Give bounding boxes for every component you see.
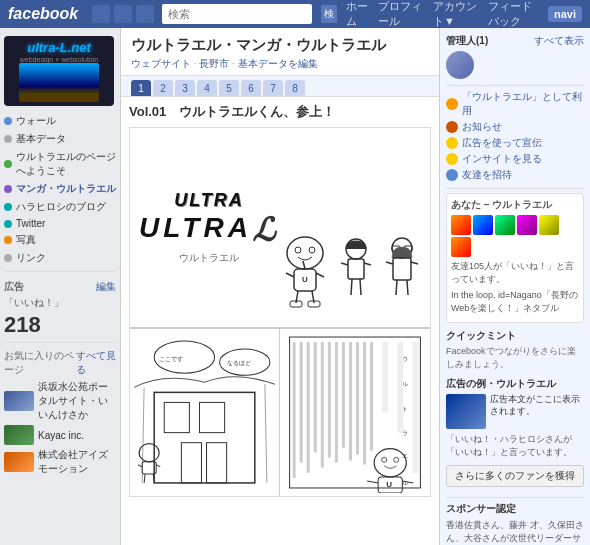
sidebar-item-links[interactable]: リンク xyxy=(4,249,116,267)
sidebar-item-wall[interactable]: ウォール xyxy=(4,112,116,130)
svg-line-37 xyxy=(144,474,145,483)
svg-line-23 xyxy=(411,262,418,264)
svg-text:なるほど: なるほど xyxy=(227,360,251,367)
mini-avatar-6 xyxy=(451,237,471,257)
nav-account[interactable]: アカウント▼ xyxy=(433,0,478,29)
svg-point-46 xyxy=(382,457,387,462)
dot-icon xyxy=(4,135,12,143)
koukou-section: 広告 編集 xyxy=(4,280,116,294)
page-tabs: 1 2 3 4 5 6 7 8 xyxy=(121,76,439,97)
fav-item-3[interactable]: 株式会社アイズモーション xyxy=(4,448,116,476)
tab-6[interactable]: 6 xyxy=(241,80,261,96)
edit-link[interactable]: 編集 xyxy=(96,280,116,294)
svg-rect-26 xyxy=(154,392,255,483)
ultra-title: ULTRA xyxy=(174,190,244,211)
svg-rect-57 xyxy=(307,342,310,473)
tab-1[interactable]: 1 xyxy=(131,80,151,96)
svg-rect-30 xyxy=(207,443,227,483)
fav-label-3: 株式会社アイズモーション xyxy=(38,448,116,476)
tab-4[interactable]: 4 xyxy=(197,80,217,96)
action-label-3: インサイトを見る xyxy=(462,152,542,166)
character-glasses xyxy=(382,235,422,317)
svg-rect-62 xyxy=(342,342,345,448)
svg-rect-27 xyxy=(164,402,189,432)
iine-label: 「いいね！」 xyxy=(4,296,116,310)
nav-home[interactable]: ホーム xyxy=(346,0,368,29)
svg-line-22 xyxy=(386,262,393,264)
sidebar-item-manga[interactable]: マンガ・ウルトラエル xyxy=(4,180,116,198)
navi-button[interactable]: navi xyxy=(548,6,582,22)
svg-rect-65 xyxy=(363,342,366,465)
chapter-title: Vol.01 ウルトラエルくん、参上！ xyxy=(129,103,431,121)
svg-line-35 xyxy=(138,465,142,467)
sponsor-section: スポンサー認定 香港佐貫さん、藤井 才、久保田さん、大谷さんが次世代リーダーサミ… xyxy=(446,502,584,545)
nav-feedback[interactable]: フィードバック xyxy=(488,0,540,29)
sidebar-item-label: リンク xyxy=(16,251,46,265)
action-use-as[interactable]: 「ウルトラエル」として利用 xyxy=(446,90,584,118)
action-advertise[interactable]: 広告を使って宣伝 xyxy=(446,136,584,150)
tab-5[interactable]: 5 xyxy=(219,80,239,96)
facebook-logo: facebook xyxy=(8,5,78,23)
fav-label-1: 浜坂水公苑ポータルサイト・いいんけさか xyxy=(38,380,116,422)
dot-icon xyxy=(4,203,12,211)
sidebar-item-welcome[interactable]: ウルトラエルのページへようこそ xyxy=(4,148,116,180)
fav-thumb-3 xyxy=(4,452,34,472)
svg-point-1 xyxy=(295,247,301,253)
mini-avatar-5 xyxy=(539,215,559,235)
ad-thumb-1 xyxy=(446,394,486,429)
manga-panel-bl: ここです なるほど xyxy=(130,328,280,496)
fav-all-link[interactable]: すべて見る xyxy=(76,349,116,377)
ad-box-1: 広告本文がここに表示されます。 xyxy=(446,394,584,429)
svg-rect-55 xyxy=(293,342,296,478)
fav-item-1[interactable]: 浜坂水公苑ポータルサイト・いいんけさか xyxy=(4,380,116,422)
action-notice[interactable]: お知らせ xyxy=(446,120,584,134)
logo-text: ultra-L.net xyxy=(27,40,91,56)
sidebar-item-label: マンガ・ウルトラエル xyxy=(16,182,116,196)
topnav: facebook 検 ホーム プロフィール アカウント▼ フィードバック nav… xyxy=(0,0,590,28)
svg-line-50 xyxy=(367,481,378,483)
page-title: ウルトラエル・マンガ・ウルトラエル xyxy=(131,36,429,55)
breadcrumb-site[interactable]: ウェブサイト xyxy=(131,58,191,69)
fb-icon-bar xyxy=(92,5,154,23)
svg-rect-21 xyxy=(393,258,411,280)
sidebar-item-label: ウォール xyxy=(16,114,56,128)
search-input[interactable] xyxy=(162,4,312,24)
fb-icon-2 xyxy=(114,5,132,23)
fav-item-2[interactable]: Kayac inc. xyxy=(4,425,116,445)
admin-all-link[interactable]: すべて表示 xyxy=(534,34,584,48)
search-button[interactable]: 検 xyxy=(320,4,338,24)
nav-profile[interactable]: プロフィール xyxy=(378,0,423,29)
tab-2[interactable]: 2 xyxy=(153,80,173,96)
tab-8[interactable]: 8 xyxy=(285,80,305,96)
tab-7[interactable]: 7 xyxy=(263,80,283,96)
fav-label-2: Kayac inc. xyxy=(38,430,84,441)
dot-icon xyxy=(4,220,12,228)
svg-rect-59 xyxy=(321,342,324,468)
fav-thumb-1 xyxy=(4,391,34,411)
sidebar-item-blog[interactable]: ハラヒロシのブログ xyxy=(4,198,116,216)
bell-icon xyxy=(446,121,458,133)
more-fans-button[interactable]: さらに多くのファンを獲得 xyxy=(446,465,584,487)
svg-point-2 xyxy=(309,247,315,253)
sidebar-item-twitter[interactable]: Twitter xyxy=(4,216,116,231)
svg-line-25 xyxy=(407,280,408,295)
sidebar-item-label: Twitter xyxy=(16,218,45,229)
quick-desc: Facebookでつながりをさらに楽しみましょう。 xyxy=(446,345,584,371)
page-logo: ultra-L.net webdesign × websolution xyxy=(4,36,114,106)
action-label-2: 広告を使って宣伝 xyxy=(462,136,542,150)
star-icon xyxy=(446,98,458,110)
sidebar-item-photos[interactable]: 写真 xyxy=(4,231,116,249)
fav-items: 浜坂水公苑ポータルサイト・いいんけさか Kayac inc. 株式会社アイズモー… xyxy=(4,380,116,476)
character-robot: U xyxy=(280,235,330,317)
manga-subtitle: ウルトラエル xyxy=(179,251,239,265)
action-insights[interactable]: インサイトを見る xyxy=(446,152,584,166)
svg-rect-66 xyxy=(370,342,373,451)
breadcrumb-edit[interactable]: 基本データを編集 xyxy=(238,58,318,69)
action-label-4: 友達を招待 xyxy=(462,168,512,182)
dot-icon xyxy=(4,185,12,193)
action-invite[interactable]: 友達を招待 xyxy=(446,168,584,182)
center-content: ウルトラエル・マンガ・ウルトラエル ウェブサイト · 長野市 · 基本データを編… xyxy=(120,28,440,545)
breadcrumb-loc[interactable]: 長野市 xyxy=(199,58,229,69)
tab-3[interactable]: 3 xyxy=(175,80,195,96)
sidebar-item-data[interactable]: 基本データ xyxy=(4,130,116,148)
